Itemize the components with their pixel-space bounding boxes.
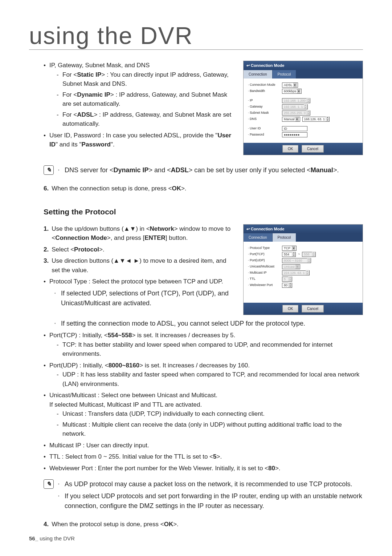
ok-button[interactable]: OK bbox=[282, 305, 298, 313]
in-webviewer-port[interactable]: 80 bbox=[282, 283, 292, 288]
lbl-ttl: TTL bbox=[248, 277, 280, 282]
dd-connection-mode[interactable]: ADSL bbox=[282, 82, 298, 88]
tab-protocol[interactable]: Protocol bbox=[273, 70, 297, 78]
step-4-text: When the protocol setup is done, press <… bbox=[52, 520, 179, 529]
in-multicast-ip[interactable]: 224.126. 63. 1 bbox=[282, 270, 310, 275]
tabs: Connection Protocol bbox=[244, 70, 363, 78]
t: >. bbox=[181, 185, 187, 192]
t: Unicast/Multicast : Select one between U… bbox=[49, 392, 217, 399]
t: Dynamic IP bbox=[114, 166, 149, 174]
t: ENTER bbox=[144, 234, 166, 241]
t: DNS server for < bbox=[65, 166, 114, 174]
t: For < bbox=[62, 71, 77, 78]
t: 554~558 bbox=[108, 332, 132, 339]
t: OK bbox=[172, 185, 181, 192]
lbl-webviewer-port: Webviewer Port bbox=[248, 283, 280, 288]
in-dns[interactable]: 168.126. 63. 1 bbox=[302, 117, 330, 122]
t: User ID, Password : In case you selected… bbox=[49, 132, 217, 139]
t: ] button. bbox=[166, 234, 188, 241]
t: >, and press [ bbox=[107, 234, 144, 241]
lbl-protocol-type: Protocol Type bbox=[248, 246, 280, 251]
t: Connection Mode bbox=[55, 234, 107, 241]
t: Protocol bbox=[74, 246, 99, 253]
lbl-gateway: Gateway bbox=[248, 104, 280, 109]
dash-adsl: For <ADSL> : IP address, Gateway, and Su… bbox=[57, 110, 234, 129]
t: When the protocol setup is done, press < bbox=[52, 521, 164, 528]
t: 8000~8160 bbox=[109, 362, 140, 369]
t: Manual bbox=[311, 166, 333, 174]
t: >. bbox=[173, 521, 179, 528]
dd-protocol-type[interactable]: TCP bbox=[282, 246, 297, 251]
in-port-udp[interactable]: 8000 ~ 8160 bbox=[282, 258, 311, 263]
in-ip[interactable]: 192.168. 1.200 bbox=[282, 98, 310, 103]
in-password[interactable]: ●●●●●●●● bbox=[282, 132, 307, 137]
dash-tcp-desc: TCP: It has better stability and lower s… bbox=[57, 340, 363, 359]
t: Static IP bbox=[77, 71, 101, 78]
in-ttl[interactable]: 5 bbox=[282, 277, 292, 282]
bullet-unicast-multicast: Unicast/Multicast : Select one between U… bbox=[44, 391, 363, 439]
t: ADSL bbox=[77, 111, 94, 118]
bullet-webviewer: Webviewer Port : Enter the port number f… bbox=[44, 464, 363, 473]
note-icon: ✎ bbox=[44, 479, 54, 489]
dd-unicast-multicast[interactable]: Unicast bbox=[282, 264, 300, 269]
t: 5 bbox=[213, 453, 216, 460]
t: Webviewer Port : Enter the port number f… bbox=[49, 465, 268, 472]
bullet-userid-pw: User ID, Password : In case you selected… bbox=[44, 131, 234, 149]
step-1-num: 1. bbox=[44, 224, 49, 243]
panel-title: Connection Mode bbox=[244, 61, 363, 70]
t: " and its " bbox=[56, 141, 82, 148]
t: > can be set by user only if you selecte… bbox=[189, 166, 311, 174]
t: Password bbox=[82, 141, 111, 148]
heading-setting-protocol: Setting the Protocol bbox=[44, 206, 363, 218]
in-port-tcp-a[interactable]: 554 bbox=[282, 252, 296, 257]
t: TTL : Select from 0 ~ 255. Initial value… bbox=[49, 453, 213, 460]
t: Use the up/down buttons (▲▼) in < bbox=[52, 225, 150, 232]
lbl-connection-mode: Connection Mode bbox=[248, 82, 280, 88]
t: > and < bbox=[149, 166, 171, 174]
step-1-text: Use the up/down buttons (▲▼) in <Network… bbox=[52, 224, 234, 243]
t: Network bbox=[150, 225, 174, 232]
panel-title: Connection Mode bbox=[244, 225, 363, 234]
in-port-tcp-b[interactable]: 558 bbox=[302, 252, 316, 257]
tab-connection[interactable]: Connection bbox=[244, 233, 273, 242]
dash-dynamic-ip: For <Dynamic IP> : IP address, Gateway, … bbox=[57, 90, 234, 109]
bullet-port-tcp: Port(TCP) : Initially, <554~558> is set.… bbox=[44, 331, 363, 359]
lbl-password: Password bbox=[248, 132, 280, 137]
lbl-ip: IP bbox=[248, 98, 280, 103]
sep: ~ bbox=[298, 252, 300, 257]
tab-protocol[interactable]: Protocol bbox=[273, 233, 297, 242]
ok-button[interactable]: OK bbox=[282, 145, 298, 153]
t: Dynamic IP bbox=[77, 91, 110, 98]
dash-static-ip: For <Static IP> : You can directly input… bbox=[57, 70, 234, 89]
bullet-port-udp: Port(UDP) : Initially, <8000~8160> is se… bbox=[44, 361, 363, 389]
step-2-num: 2. bbox=[44, 245, 49, 254]
t: Protocol Type : Select the protocol type… bbox=[49, 278, 223, 285]
bullet-multicast-ip: Multicast IP : User can directly input. bbox=[44, 441, 363, 450]
t: If selected Multicast, Multicast IP and … bbox=[49, 401, 202, 408]
dash-udp-desc: UDP : It has less stability and faster s… bbox=[57, 370, 363, 388]
bullet-protocol-type: Protocol Type : Select the protocol type… bbox=[44, 277, 234, 286]
t: >. bbox=[99, 246, 105, 253]
t: For < bbox=[62, 91, 77, 98]
dd-dns-mode[interactable]: Manual bbox=[282, 117, 300, 122]
t: For < bbox=[62, 111, 77, 118]
bullet-ttl: TTL : Select from 0 ~ 255. Initial value… bbox=[44, 452, 363, 462]
bullet-ip-dns: IP, Gateway, Subnet Mask, and DNS For <S… bbox=[44, 61, 234, 129]
step-6-text: When the connection setup is done, press… bbox=[52, 184, 186, 193]
t: When the connection setup is done, press… bbox=[52, 185, 172, 192]
cancel-button[interactable]: Cancel bbox=[302, 305, 324, 313]
t: 80 bbox=[268, 465, 275, 472]
cancel-button[interactable]: Cancel bbox=[302, 145, 324, 153]
lbl-unicast-multicast: Unicast/Multicast bbox=[248, 264, 280, 269]
dash-unicast: Unicast : Transfers data (UDP, TCP) indi… bbox=[57, 409, 363, 419]
in-subnet[interactable]: 255.255.255. 0 bbox=[282, 110, 310, 116]
step-3-num: 3. bbox=[44, 256, 49, 275]
in-userid[interactable]: ID bbox=[282, 126, 307, 131]
dd-bandwidth[interactable]: 600kbps bbox=[282, 89, 302, 94]
text: IP, Gateway, Subnet Mask, and DNS bbox=[49, 62, 150, 69]
lbl-userid: User ID bbox=[248, 126, 280, 131]
t: >. bbox=[333, 166, 339, 174]
in-gateway[interactable]: 192.168. 1. 1 bbox=[282, 104, 308, 109]
lbl-port-udp: Port(UDP) bbox=[248, 258, 280, 263]
tab-connection[interactable]: Connection bbox=[244, 70, 273, 78]
